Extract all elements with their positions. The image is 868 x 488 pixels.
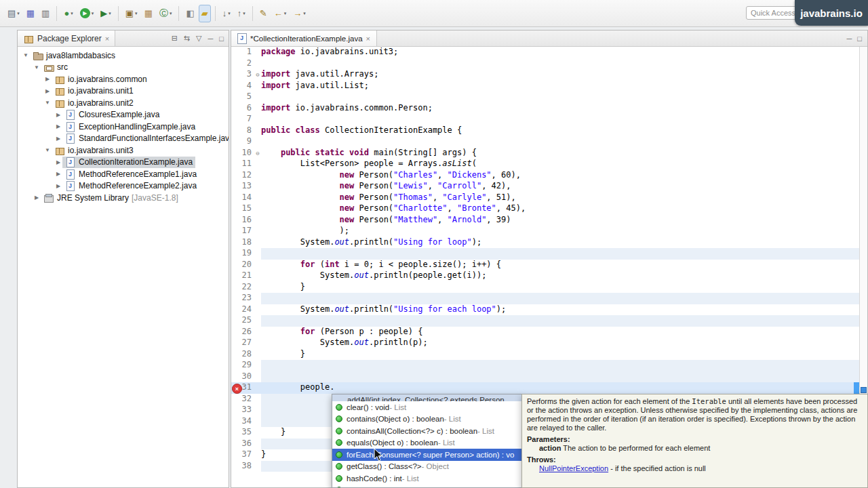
code-text: System.out.println("Using for each loop"… (261, 304, 506, 316)
autocomplete-partial-item[interactable]: addAll(int index, Collection<? extends P… (332, 394, 522, 401)
tree-item[interactable]: ▶MethodReferenceExample2.java (18, 180, 229, 192)
tree-item[interactable]: ▼io.javabrains.unit2 (18, 97, 229, 109)
new-java-package-icon[interactable]: ▦ (142, 5, 155, 22)
tree-item[interactable]: ▶ClosuresExample.java (18, 109, 229, 121)
line-number: 14 (231, 192, 254, 204)
new-wizard-icon[interactable]: ▤▾ (5, 5, 22, 22)
public-method-icon (336, 451, 342, 458)
fold-collapse-icon[interactable]: ⊖ (254, 69, 261, 81)
tree-item[interactable]: ▶StandardFunctionalInterfacesExample.jav… (18, 133, 229, 145)
debug-icon[interactable]: ●▾ (61, 5, 75, 22)
expander-icon[interactable]: ▶ (33, 195, 41, 201)
package-explorer-header: Package Explorer × ⊟ ⇆ ▽ ─ □ (18, 30, 229, 47)
fold-bar (254, 125, 261, 137)
expander-icon[interactable]: ▶ (54, 123, 62, 129)
fold-bar (254, 327, 261, 338)
expander-icon[interactable]: ▼ (43, 100, 52, 106)
method-signature: hashCode() : int (347, 474, 402, 483)
expander-icon[interactable]: ▶ (54, 159, 62, 165)
expander-icon[interactable]: ▼ (22, 52, 30, 58)
collapse-all-icon[interactable]: ⊟ (172, 34, 178, 43)
fold-collapse-icon[interactable]: ⊖ (254, 148, 261, 159)
line-number: 4 (231, 81, 254, 92)
open-search-icon[interactable]: ◧ (183, 5, 197, 22)
code-line: 23 (231, 293, 860, 304)
tree-item[interactable]: ▶io.javabrains.common (18, 73, 229, 85)
mark-occurrences-icon[interactable]: ▰ (199, 5, 211, 22)
code-text: new Person("Matthew", "Arnold", 39) (261, 215, 511, 226)
expander-icon[interactable]: ▶ (43, 76, 52, 82)
expander-icon[interactable]: ▶ (43, 88, 52, 94)
public-method-icon (336, 439, 342, 446)
link-with-editor-icon[interactable]: ⇆ (184, 34, 190, 43)
tree-item[interactable]: ▼java8lambdabasics (18, 49, 229, 62)
error-marker-icon[interactable]: × (232, 384, 242, 394)
tree-item[interactable]: ▼src (18, 62, 229, 74)
line-number: 8 (231, 125, 254, 137)
code-text: } (261, 349, 305, 361)
expander-icon[interactable]: ▼ (33, 64, 41, 70)
fold-bar (254, 203, 261, 215)
line-number: 16 (231, 215, 254, 226)
expander-icon[interactable]: ▶ (54, 112, 62, 118)
close-tab-icon[interactable]: × (366, 35, 370, 43)
public-method-icon (336, 428, 342, 434)
expander-icon[interactable]: ▶ (54, 183, 62, 189)
editor-tab[interactable]: *CollectionIterationExample.java × (231, 30, 377, 46)
previous-annotation-icon[interactable]: ↑▾ (235, 5, 248, 22)
autocomplete-item[interactable]: forEach(Consumer<? super Person> action)… (332, 449, 522, 461)
print-icon[interactable]: ▥ (39, 5, 52, 22)
method-signature: forEach(Consumer<? super Person> action)… (347, 451, 514, 459)
tree-item[interactable]: ▶MethodReferenceExample1.java (18, 168, 229, 180)
tree-item[interactable]: ▶io.javabrains.unit1 (18, 85, 229, 98)
fold-bar (254, 304, 261, 316)
autocomplete-item[interactable]: getClass() : Class<?> - Object (332, 461, 522, 473)
code-line: 30 (231, 371, 860, 383)
save-icon[interactable]: ▦ (24, 5, 37, 22)
view-menu-icon[interactable]: ▽ (196, 34, 201, 43)
autocomplete-item[interactable]: lastIndexOf(Object o) : int - List (332, 485, 522, 488)
project-icon (33, 50, 43, 61)
autocomplete-item[interactable]: hashCode() : int - List (332, 472, 522, 485)
tree-item-body: io.javabrains.unit2 (52, 97, 136, 108)
expander-icon[interactable]: ▼ (43, 147, 52, 153)
minimize-view-icon[interactable]: ─ (208, 35, 214, 43)
expander-icon[interactable]: ▶ (54, 136, 62, 142)
maximize-editor-icon[interactable]: □ (857, 35, 862, 43)
mouse-cursor (374, 449, 383, 462)
tree-item[interactable]: ▼io.javabrains.unit3 (18, 144, 229, 157)
dropdown-arrow-icon: ▾ (228, 11, 231, 16)
tree-item[interactable]: ▶ExceptionHandlingExample.java (18, 121, 229, 133)
forward-icon[interactable]: →▾ (290, 5, 309, 22)
declaring-type: - List (402, 474, 419, 483)
code-text: } (261, 449, 266, 461)
last-edit-location-icon[interactable]: ✎ (257, 5, 270, 22)
run-icon[interactable]: ▶▾ (77, 5, 97, 22)
package-explorer-view-tab[interactable]: Package Explorer × (18, 30, 115, 46)
new-java-class-icon[interactable]: Ⓒ▾ (157, 5, 175, 22)
new-java-project-icon[interactable]: ▣▾ (123, 5, 140, 22)
save-glyph: ▦ (26, 9, 35, 18)
fold-bar (254, 47, 261, 58)
maximize-view-icon[interactable]: □ (219, 35, 224, 43)
line-number: 15 (231, 203, 254, 215)
line-number: 34 (231, 416, 254, 428)
minimize-editor-icon[interactable]: ─ (847, 35, 852, 43)
autocomplete-item[interactable]: equals(Object o) : boolean - List (332, 437, 522, 449)
expander-icon[interactable]: ▶ (54, 171, 62, 177)
autocomplete-item[interactable]: clear() : void - List (332, 401, 522, 413)
close-view-icon[interactable]: × (105, 35, 109, 43)
line-number: 29 (231, 360, 254, 371)
mark-occurrences-glyph: ▰ (201, 9, 208, 18)
autocomplete-item[interactable]: containsAll(Collection<?> c) : boolean -… (332, 425, 522, 437)
line-number: 21 (231, 270, 254, 282)
next-annotation-icon[interactable]: ↓▾ (220, 5, 233, 22)
tree-item[interactable]: ▶CollectionIterationExample.java (18, 157, 229, 169)
nullpointerexception-link[interactable]: NullPointerException (539, 464, 608, 472)
back-icon[interactable]: ←▾ (271, 5, 290, 22)
autocomplete-item[interactable]: contains(Object o) : boolean - List (332, 413, 522, 426)
run-external-tools-icon[interactable]: ▶▾ (98, 5, 114, 22)
overview-annotation-marker (861, 387, 867, 393)
line-number: 37 (231, 449, 254, 461)
tree-item[interactable]: ▶JRE System Library [JavaSE-1.8] (18, 192, 229, 204)
